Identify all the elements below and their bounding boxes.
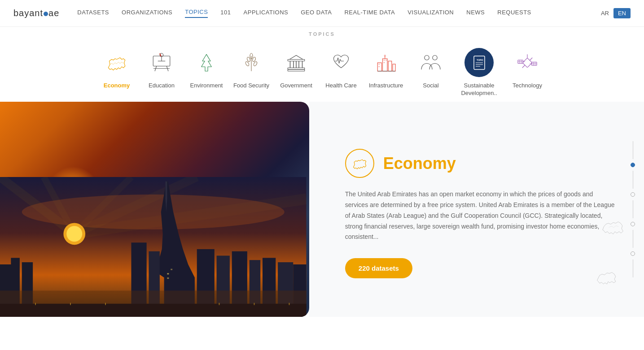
government-label: Government bbox=[280, 82, 312, 90]
economy-description: The United Arab Emirates has an open mar… bbox=[345, 189, 617, 242]
topic-infrastructure[interactable]: Infrastructure bbox=[366, 46, 406, 90]
environment-icon-wrapper bbox=[190, 46, 223, 79]
nav-datasets[interactable]: DATASETS bbox=[77, 9, 109, 17]
uae-map-top-icon bbox=[595, 267, 619, 289]
topic-social[interactable]: Social bbox=[411, 46, 451, 90]
svg-rect-24 bbox=[388, 61, 392, 71]
health-care-label: Health Care bbox=[325, 82, 356, 90]
sustainable-dev-icon-wrapper: TOPIC bbox=[462, 46, 496, 79]
nav-applications[interactable]: APPLICATIONS bbox=[244, 9, 289, 17]
social-label: Social bbox=[423, 82, 438, 90]
uae-map-bottom bbox=[601, 215, 626, 242]
svg-rect-27 bbox=[379, 66, 380, 67]
svg-rect-86 bbox=[0, 290, 307, 317]
svg-rect-67 bbox=[167, 273, 169, 274]
svg-point-88 bbox=[66, 226, 82, 242]
nav-visualization[interactable]: VISUALIZATION bbox=[407, 9, 454, 17]
topics-header: ToPIcs bbox=[0, 27, 644, 37]
svg-rect-68 bbox=[171, 269, 172, 270]
economy-label: Economy bbox=[104, 82, 130, 90]
topic-economy[interactable]: Economy bbox=[96, 46, 137, 90]
main-content: Economy The United Arab Emirates has an … bbox=[0, 102, 644, 317]
svg-rect-30 bbox=[384, 62, 385, 63]
nav-geo-data[interactable]: GEO DATA bbox=[301, 9, 332, 17]
nav-topics[interactable]: TOPICS bbox=[185, 9, 208, 18]
infrastructure-label: Infrastructure bbox=[369, 82, 403, 90]
svg-point-34 bbox=[425, 55, 429, 60]
nav-news[interactable]: NEWS bbox=[466, 9, 485, 17]
nav-requests[interactable]: REQUESTS bbox=[497, 9, 531, 17]
right-panel: Economy The United Arab Emirates has an … bbox=[309, 102, 644, 317]
nav-links: DATASETS ORGANIZATIONS TOPICS 101 APPLIC… bbox=[77, 9, 601, 18]
nav-dot-2[interactable] bbox=[631, 192, 635, 197]
infrastructure-icon-wrapper bbox=[369, 46, 403, 79]
logo-text: bayantae bbox=[13, 8, 59, 18]
topic-education[interactable]: Education bbox=[141, 46, 182, 90]
economy-icon bbox=[103, 49, 130, 76]
topic-technology[interactable]: Technology bbox=[507, 46, 548, 90]
food-security-icon-wrapper bbox=[235, 46, 268, 79]
nav-dot-1[interactable] bbox=[631, 163, 635, 167]
topic-environment[interactable]: Environment bbox=[186, 46, 227, 90]
nav-dot-3[interactable] bbox=[631, 222, 635, 226]
svg-line-43 bbox=[530, 57, 532, 60]
economy-icon-wrapper bbox=[100, 46, 134, 79]
svg-rect-26 bbox=[379, 64, 380, 65]
technology-icon bbox=[514, 49, 541, 76]
sustainable-dev-circle: TOPIC bbox=[464, 48, 494, 77]
government-icon bbox=[283, 49, 310, 76]
sustainable-dev-label: Sustainable Developmen.. bbox=[456, 82, 503, 97]
topics-grid: Economy Education bbox=[0, 37, 644, 102]
nav-line-4 bbox=[633, 230, 633, 248]
food-security-icon bbox=[238, 49, 265, 76]
nav-line-1 bbox=[633, 141, 633, 159]
uae-map-top bbox=[595, 267, 619, 291]
svg-point-35 bbox=[433, 55, 438, 60]
education-icon bbox=[148, 49, 175, 76]
nav-line-3 bbox=[633, 200, 633, 218]
nav-organizations[interactable]: ORGANIZATIONS bbox=[122, 9, 172, 17]
nav-101[interactable]: 101 bbox=[220, 9, 231, 17]
topic-sustainable-dev[interactable]: TOPIC Sustainable Developmen.. bbox=[456, 46, 503, 97]
svg-line-44 bbox=[522, 65, 525, 68]
economy-topic-icon bbox=[350, 153, 370, 173]
infrastructure-icon bbox=[372, 49, 399, 76]
economy-main-title: Economy bbox=[383, 154, 456, 173]
health-care-icon bbox=[328, 49, 355, 76]
svg-rect-28 bbox=[384, 60, 385, 60]
datasets-button[interactable]: 220 datasets bbox=[345, 258, 412, 278]
education-label: Education bbox=[149, 82, 175, 90]
nav-dot-line bbox=[631, 141, 635, 277]
svg-point-61 bbox=[22, 194, 285, 229]
environment-icon bbox=[193, 49, 220, 76]
city-background bbox=[0, 102, 309, 317]
topic-circle-icon bbox=[345, 149, 374, 178]
navbar: bayantae DATASETS ORGANIZATIONS TOPICS 1… bbox=[0, 0, 644, 27]
nav-dot-4[interactable] bbox=[631, 251, 635, 256]
nav-line-2 bbox=[633, 171, 633, 189]
logo[interactable]: bayantae bbox=[13, 8, 59, 18]
food-security-label: Food Security bbox=[233, 82, 269, 90]
nav-line-5 bbox=[633, 259, 633, 277]
topic-government[interactable]: Government bbox=[276, 46, 316, 90]
svg-rect-69 bbox=[167, 277, 169, 279]
right-nav bbox=[631, 141, 635, 277]
nav-real-time-data[interactable]: REAL-TIME DATA bbox=[344, 9, 395, 17]
uae-map-bottom-icon bbox=[601, 215, 626, 240]
topic-food-security[interactable]: Food Security bbox=[231, 46, 272, 90]
lang-en-button[interactable]: EN bbox=[613, 8, 631, 18]
city-skyline bbox=[0, 177, 307, 317]
education-icon-wrapper bbox=[145, 46, 179, 79]
technology-label: Technology bbox=[513, 82, 542, 90]
svg-rect-15 bbox=[288, 69, 305, 71]
topic-health-care[interactable]: Health Care bbox=[321, 46, 361, 90]
svg-rect-29 bbox=[386, 60, 386, 60]
lang-ar-button[interactable]: AR bbox=[601, 10, 609, 17]
sustainable-dev-icon-inner: TOPIC bbox=[470, 54, 488, 72]
social-icon bbox=[417, 49, 444, 76]
lang-switcher: AR EN bbox=[601, 8, 631, 18]
health-care-icon-wrapper bbox=[324, 46, 358, 79]
environment-label: Environment bbox=[190, 82, 223, 90]
technology-icon-wrapper bbox=[511, 46, 544, 79]
svg-rect-25 bbox=[393, 64, 395, 71]
